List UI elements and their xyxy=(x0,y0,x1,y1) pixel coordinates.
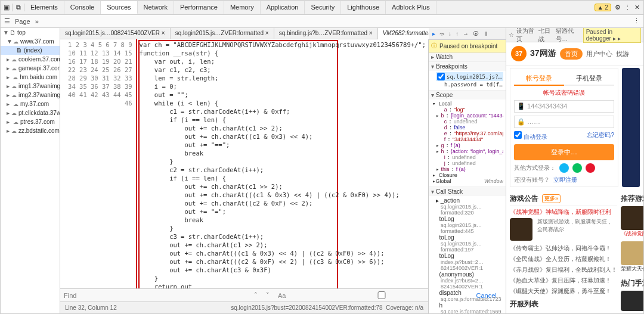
auto-login-checkbox[interactable]: 自动登录 xyxy=(514,131,547,141)
warning-badge[interactable]: ▲ 2 xyxy=(595,4,611,11)
inspect-icon[interactable]: ▣ xyxy=(1,4,13,11)
kebab-icon[interactable]: ⋮ xyxy=(624,4,631,11)
devtools-tab-adblock plus[interactable]: Adblock Plus xyxy=(386,1,436,14)
scope-var[interactable]: ▸ g: f (a) xyxy=(436,142,503,148)
scope-var[interactable]: ▸ h: {action: "login", login_a… xyxy=(436,148,503,154)
forgot-password-link[interactable]: 忘记密码? xyxy=(587,131,614,141)
devtools-tab-console[interactable]: Console xyxy=(64,1,101,14)
resume-button[interactable]: ▸ xyxy=(431,30,436,38)
next-match-icon[interactable]: ˅ xyxy=(264,291,271,299)
devtools-tab-lighthouse[interactable]: Lighthouse xyxy=(341,1,386,14)
callstack-frame[interactable]: dispatch xyxy=(436,290,503,296)
password-input[interactable]: 🔒 …… xyxy=(514,116,614,128)
rec-thumb[interactable] xyxy=(621,241,643,265)
match-case[interactable]: Aa xyxy=(276,292,287,299)
devtools-tab-elements[interactable]: Elements xyxy=(24,1,64,14)
callstack-frame[interactable]: toLog xyxy=(436,216,503,222)
rec-thumb[interactable] xyxy=(621,206,643,230)
promo-banner[interactable] xyxy=(622,68,640,187)
tree-domain[interactable]: ▸☁img1.37wanimg.com xyxy=(1,82,60,91)
scope-global[interactable]: ▸ GlobalWindow xyxy=(432,178,503,184)
pause-exceptions-button[interactable]: ⏸ xyxy=(482,30,490,38)
scope-var[interactable]: ▸ b: {login_account: "14434343… xyxy=(436,113,503,119)
settings-icon[interactable]: ⚙ xyxy=(615,4,621,11)
devtools-tab-network[interactable]: Network xyxy=(138,1,174,14)
callstack-section[interactable]: ▾Call Stack xyxy=(429,187,506,196)
breakpoint-entry[interactable]: sq.login2015.js?bust=2020082… xyxy=(436,72,503,81)
announce-item[interactable]: 《热血大草业》复日压阵，狂暴加速！ xyxy=(510,275,617,286)
register-link[interactable]: 立即注册 xyxy=(553,176,577,184)
tab-sms-login[interactable]: 手机登录 xyxy=(564,72,614,86)
callstack-frame[interactable]: h xyxy=(436,302,503,309)
devtools-tab-memory[interactable]: Memory xyxy=(224,1,261,14)
hot-thumb[interactable] xyxy=(621,291,643,311)
tree-domain[interactable]: ▸☁my.37.com xyxy=(1,100,60,108)
nav-usercenter[interactable]: 用户中心 xyxy=(586,49,612,58)
wechat-login-icon[interactable] xyxy=(572,163,582,173)
editor-tab[interactable]: sq.login2015.js…ZVER:formatted × xyxy=(171,28,274,39)
step-over-button[interactable]: ⤼ xyxy=(438,30,445,38)
breakpoints-section[interactable]: ▾Breakpoints xyxy=(429,62,506,71)
scope-var[interactable]: f: "342434434" xyxy=(436,136,503,142)
scope-var[interactable]: a: "log" xyxy=(436,107,503,113)
scope-closure[interactable]: ▸ Closure xyxy=(432,172,503,178)
server-tab[interactable]: 页游开服 xyxy=(510,312,538,313)
devtools-tab-performance[interactable]: Performance xyxy=(174,1,224,14)
step-button[interactable]: → xyxy=(462,30,470,38)
device-icon[interactable]: ⧉ xyxy=(13,4,24,11)
scope-var[interactable]: e: "https://my.37.com/api/lo… xyxy=(436,130,503,136)
deactivate-bp-button[interactable]: ⦿ xyxy=(472,30,480,38)
rec-name[interactable]: 《战神觉醒》 xyxy=(621,230,643,238)
bookmark-link[interactable]: 设为首页 xyxy=(516,28,536,43)
bookmark-link[interactable]: 七日战 xyxy=(538,28,553,43)
devtools-tab-application[interactable]: Application xyxy=(261,1,305,14)
tree-domain[interactable]: ▸☁gameapi.37.com xyxy=(1,64,60,73)
scope-var[interactable]: ▸ this: f (a) xyxy=(436,166,503,172)
rec-name[interactable]: 荣耀大天使 xyxy=(621,265,643,273)
phone-input[interactable]: 📱 14434343434 xyxy=(514,100,614,113)
tree-domain[interactable]: ▸☁cookiem.37.com xyxy=(1,55,60,64)
bookmark-link[interactable]: 猎游代号… xyxy=(556,28,581,43)
page-pane-icon[interactable]: ☰ xyxy=(4,17,10,25)
scope-var[interactable]: c: undefined xyxy=(436,119,503,125)
nav-findgame[interactable]: 找游 xyxy=(616,49,629,58)
devtools-tab-security[interactable]: Security xyxy=(305,1,341,14)
scope-local-label[interactable]: ▾ Local xyxy=(432,101,503,107)
find-input[interactable] xyxy=(64,292,243,299)
scope-var[interactable]: j: undefined xyxy=(436,160,503,166)
callstack-frame[interactable]: toLog xyxy=(436,253,503,259)
watch-section[interactable]: ▸Watch xyxy=(429,52,506,61)
tree-top[interactable]: ▼🗋top xyxy=(1,28,60,37)
scope-var[interactable]: i: undefined xyxy=(436,154,503,160)
announce-item[interactable]: 《全民仙战》全人登历，枯藤赐飨礼！ xyxy=(510,254,617,265)
brand-logo[interactable]: 37 xyxy=(511,46,527,61)
nav-home[interactable]: 首页 xyxy=(560,48,583,60)
tab-account-login[interactable]: 帐号登录 xyxy=(514,72,564,86)
announce-more[interactable]: 更多» xyxy=(542,194,561,203)
callstack-frame[interactable]: toLog xyxy=(436,234,503,241)
devtools-tab-sources[interactable]: Sources xyxy=(101,1,137,14)
qq-login-icon[interactable] xyxy=(559,163,569,173)
step-out-button[interactable]: ↑ xyxy=(454,30,460,38)
step-into-button[interactable]: ↓ xyxy=(447,30,453,38)
editor-tab[interactable]: sq.binding.js?b…ZVER:formatted × xyxy=(274,28,378,39)
weibo-login-icon[interactable] xyxy=(586,163,595,173)
file-tree[interactable]: ▼🗋top ▼☁www.37.com🗎(index)▸☁cookiem.37.c… xyxy=(1,28,60,313)
login-button[interactable]: 登录中… xyxy=(514,144,614,160)
more-panes-icon[interactable]: » xyxy=(35,18,39,25)
scope-section[interactable]: ▾Scope xyxy=(429,91,506,100)
tree-domain[interactable]: ▸☁hm.baidu.com xyxy=(1,73,60,82)
announce-headline[interactable]: 《战神觉醒》神域降临，新服限时狂利 xyxy=(510,206,617,218)
bookmark-icon[interactable]: ☆ xyxy=(509,32,514,38)
tree-domain[interactable]: ▸☁zz.bdstatic.com xyxy=(1,126,60,135)
announce-item[interactable]: 《崛醒大天使》深渊魔界，勇斗至魔！ xyxy=(510,286,617,297)
tree-domain[interactable]: ▸☁ptres.37.com xyxy=(1,117,60,126)
tree-domain[interactable]: ▸☁img2.37wanimg.com xyxy=(1,91,60,100)
tree-file[interactable]: 🗎(index) xyxy=(1,46,60,55)
announce-item[interactable]: 《赤月战役》复日福利，全民战利到人！ xyxy=(510,265,617,275)
announce-item[interactable]: 《传奇霸主》弘帅沙场，同袍斗争霸！ xyxy=(510,243,617,254)
game-thumb[interactable] xyxy=(510,218,532,241)
editor-tab[interactable]: sq.login2015.js…0082415400ZVER × xyxy=(60,28,171,39)
tree-domain[interactable]: ▸☁pt.clickdata.37wan.com xyxy=(1,108,60,117)
callstack-frame[interactable]: (anonymous) xyxy=(436,271,503,278)
